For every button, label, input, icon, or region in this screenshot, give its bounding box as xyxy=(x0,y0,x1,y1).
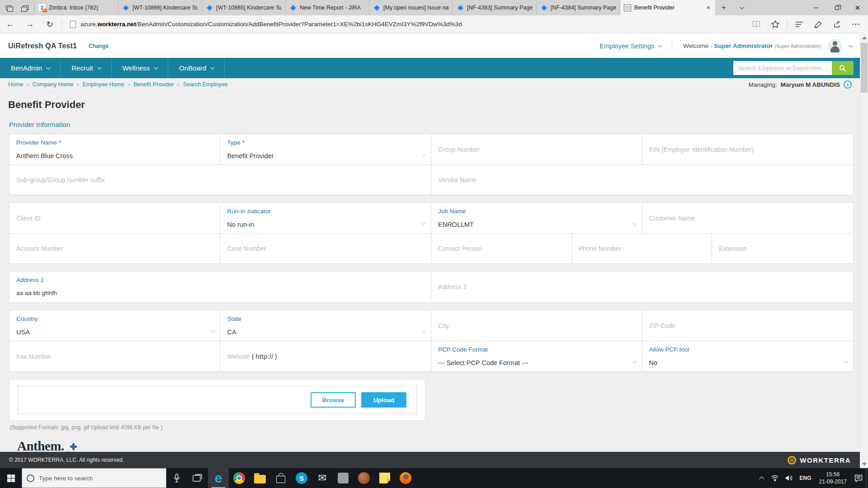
address1-field[interactable]: Address 1 aa aa bb ghhfh xyxy=(9,272,431,302)
network-icon[interactable] xyxy=(768,468,782,488)
breadcrumb-benefit-provider[interactable]: Benefit Provider xyxy=(133,81,174,88)
group-number-field[interactable]: Group Number xyxy=(431,134,642,164)
info-icon[interactable]: i xyxy=(844,80,852,89)
breadcrumb-search-employee[interactable]: Search Employee xyxy=(183,81,228,88)
extension-field[interactable]: Extension xyxy=(712,234,853,263)
upload-button[interactable]: Upload xyxy=(361,392,406,408)
edge-taskbar-icon[interactable]: e xyxy=(208,468,229,488)
hub-icon[interactable] xyxy=(790,18,808,31)
user-link[interactable]: Super Administrator xyxy=(714,42,773,49)
phone-number-field[interactable]: Phone Number xyxy=(572,234,712,263)
vendor-name-field[interactable]: Vendor Name xyxy=(431,165,853,195)
mail-icon[interactable]: ✉ xyxy=(312,468,333,488)
firefox-icon[interactable] xyxy=(395,468,416,488)
start-button[interactable] xyxy=(0,468,22,488)
scrollbar-thumb[interactable] xyxy=(861,43,868,93)
fax-number-field[interactable]: Fax Number xyxy=(9,341,221,371)
favorites-star-icon[interactable] xyxy=(766,18,784,31)
scroll-up-icon[interactable] xyxy=(862,36,867,39)
tab-preview-chevron-icon[interactable] xyxy=(732,0,750,15)
website-field[interactable]: Website ( http:// ) xyxy=(221,341,432,371)
task-view-icon[interactable] xyxy=(187,468,208,488)
tab-benefit-provider-active[interactable]: Benefit Provider × xyxy=(620,0,715,15)
page-viewport: UiRefresh QA Test1 Change Employee Setti… xyxy=(0,34,860,468)
annotate-pen-icon[interactable] xyxy=(809,18,827,31)
sticky-notes-icon[interactable] xyxy=(374,468,395,488)
taskbar-clock[interactable]: 15:56 21-09-2017 xyxy=(815,471,851,485)
zip-code-field[interactable]: ZIP Code xyxy=(642,310,854,341)
site-page-icon[interactable] xyxy=(70,21,76,28)
microphone-icon[interactable] xyxy=(166,468,187,488)
new-tab-button[interactable]: + xyxy=(715,0,732,15)
jira-favicon xyxy=(457,4,464,11)
nav-onboard[interactable]: OnBoard xyxy=(168,58,225,78)
show-desktop-button[interactable] xyxy=(866,468,868,488)
app-icon-gray[interactable] xyxy=(333,468,354,488)
app-icon-brown[interactable] xyxy=(354,468,374,488)
provider-name-field[interactable]: Provider Name* Anthem Blue Cross xyxy=(9,134,221,164)
tab-jira-wt10866[interactable]: [WT-10866] Kindercare Sum xyxy=(118,0,202,15)
city-field[interactable]: City xyxy=(431,310,642,341)
scroll-down-icon[interactable] xyxy=(862,463,867,466)
pcp-code-format-select[interactable]: PCP Code Format --- Select PCP Code Form… xyxy=(431,341,642,371)
client-id-field[interactable]: Client ID xyxy=(9,203,221,233)
search-button[interactable] xyxy=(832,61,854,75)
tabs-set-aside-icon[interactable] xyxy=(17,0,34,15)
account-number-field[interactable]: Account Number xyxy=(9,234,220,263)
breadcrumb-company-home[interactable]: Company Home xyxy=(33,81,73,88)
language-indicator[interactable]: ENG xyxy=(797,468,815,488)
subgroup-field[interactable]: Sub-group/Group number suffix xyxy=(9,165,431,195)
tab-jira-open-issues[interactable]: [My open issues] Issue navi xyxy=(369,0,453,15)
nav-benadmin[interactable]: BenAdmin xyxy=(0,58,61,78)
close-tab-icon[interactable]: × xyxy=(705,4,712,11)
restore-button[interactable] xyxy=(826,0,847,15)
user-menu-chevron-icon[interactable] xyxy=(849,43,853,47)
employee-settings-menu[interactable]: Employee Settings xyxy=(599,42,661,50)
minimize-button[interactable] xyxy=(806,0,826,15)
case-number-field[interactable]: Case Number xyxy=(220,234,431,263)
breadcrumb-home[interactable]: Home xyxy=(8,81,23,88)
country-select[interactable]: Country USA xyxy=(9,310,221,341)
hidden-icons-chevron[interactable] xyxy=(758,468,768,488)
type-select[interactable]: Type* Benefit Provider xyxy=(221,134,432,164)
settings-more-icon[interactable]: ··· xyxy=(847,18,865,31)
file-explorer-icon[interactable] xyxy=(250,468,270,488)
taskbar-search[interactable]: Type here to search xyxy=(22,468,166,488)
set-tabs-aside-icon[interactable] xyxy=(0,0,17,15)
state-select[interactable]: State CA xyxy=(221,310,432,341)
address2-field[interactable]: Address 2 xyxy=(431,272,853,302)
employee-search-input[interactable] xyxy=(733,61,832,75)
tab-jira-nf4384[interactable]: [NF-4384] Summary Page > xyxy=(537,0,620,15)
refresh-icon[interactable]: ↻ xyxy=(40,19,60,29)
page-scrollbar[interactable] xyxy=(860,34,868,468)
close-window-button[interactable]: ✕ xyxy=(847,0,868,15)
back-icon[interactable]: ← xyxy=(0,19,20,29)
avatar[interactable] xyxy=(828,39,842,53)
skype-icon[interactable]: S xyxy=(291,468,312,488)
allow-pcp-tool-select[interactable]: Allow PCP tool No xyxy=(642,341,854,371)
forward-icon[interactable]: → xyxy=(20,19,40,29)
tab-jira-wt10865[interactable]: [WT-10865] Kindercare Sum xyxy=(202,0,286,15)
nav-wellness[interactable]: Wellness xyxy=(112,58,169,78)
ein-field[interactable]: EIN (Employer Identification Number) xyxy=(642,134,854,164)
reading-view-icon[interactable] xyxy=(747,18,765,31)
upload-dropzone[interactable]: Browse Upload xyxy=(18,386,417,414)
action-center-icon[interactable] xyxy=(851,468,866,488)
store-icon[interactable] xyxy=(270,468,291,488)
address-bar[interactable]: azure.workterra.net/BenAdmin/Customizati… xyxy=(80,21,747,28)
job-name-select[interactable]: Job Name ENROLLMT xyxy=(431,203,642,233)
run-in-indicator-select[interactable]: Run-In Indicator No run-in xyxy=(221,203,432,233)
customer-name-field[interactable]: Customer Name xyxy=(642,203,854,233)
browse-button[interactable]: Browse xyxy=(311,392,356,408)
change-company-link[interactable]: Change xyxy=(89,43,108,49)
volume-icon[interactable] xyxy=(782,468,797,488)
tab-zimbra[interactable]: Z9+ Zimbra: Inbox (782) xyxy=(35,0,118,15)
contact-person-field[interactable]: Contact Person xyxy=(431,234,572,263)
nav-recruit[interactable]: Recruit xyxy=(61,58,112,78)
tab-jira-timereport[interactable]: New Time Report - JIRA xyxy=(286,0,369,15)
copyright-text: © 2017 WORKTERRA, LLC. All rights reserv… xyxy=(9,457,124,463)
breadcrumb-employee-home[interactable]: Employee Home xyxy=(83,81,124,88)
share-icon[interactable] xyxy=(828,18,846,31)
chrome-taskbar-icon[interactable] xyxy=(229,468,250,488)
tab-jira-nf4383[interactable]: [NF-4383] Summary Page > xyxy=(453,0,537,15)
